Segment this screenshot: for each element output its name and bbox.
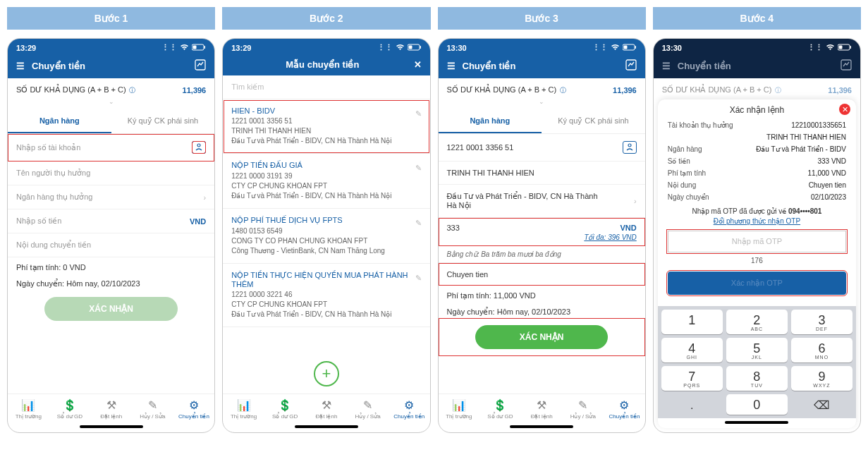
status-icons: ⋮⋮	[161, 43, 206, 52]
svg-rect-9	[635, 46, 636, 49]
nav-transfer[interactable]: ⚙Chuyển tiền	[173, 398, 215, 420]
home-indicator[interactable]	[295, 425, 358, 428]
key-7[interactable]: 7PQRS	[661, 366, 723, 391]
confirm-button[interactable]: XÁC NHẬN	[44, 297, 177, 321]
balance-row[interactable]: SỐ DƯ KHẢ DỤNG (A + B + C) ⓘ 11,396	[8, 78, 214, 98]
transfer-icon: ⚙	[604, 398, 645, 412]
key-dot[interactable]: .	[661, 394, 723, 415]
content-input-row[interactable]: Nội dung chuyển tiền	[8, 233, 214, 257]
nav-market[interactable]: 📊Thị trường	[439, 398, 480, 420]
gavel-icon: ⚒	[521, 398, 563, 412]
change-otp-method-link[interactable]: Đổi phương thức nhận OTP	[658, 217, 856, 225]
nav-transfer[interactable]: ⚙Chuyển tiền	[604, 398, 645, 420]
template-item-0[interactable]: HIEN - BIDV 1221 0001 3356 51 TRINH THI …	[223, 99, 429, 154]
search-input[interactable]: Tìm kiếm	[223, 75, 429, 99]
nav-edit[interactable]: ✎Hủy / Sửa	[132, 398, 173, 420]
chart-icon[interactable]	[841, 59, 852, 73]
screen-title: Chuyển tiền	[463, 61, 625, 71]
account-row[interactable]: 1221 0001 3356 51	[439, 134, 645, 162]
home-indicator[interactable]	[510, 425, 573, 428]
key-6[interactable]: 6MNO	[791, 338, 852, 362]
expand-chevron-icon[interactable]: ⌄	[439, 98, 645, 109]
bottom-nav: 📊Thị trường 💲Sổ dư GD ⚒Đặt lệnh ✎Hủy / S…	[8, 394, 214, 422]
nav-market[interactable]: 📊Thị trường	[223, 398, 264, 420]
tab-bank[interactable]: Ngân hàng	[8, 109, 111, 133]
expand-chevron-icon[interactable]: ⌄	[8, 98, 214, 109]
edit-icon: ✎	[562, 398, 604, 412]
tab-bank[interactable]: Ngân hàng	[439, 109, 542, 133]
template-item-1[interactable]: NỘP TIỀN ĐẤU GIÁ 1221 0000 3191 39 CTY C…	[223, 154, 429, 209]
chart-icon[interactable]	[195, 59, 206, 73]
edit-template-icon[interactable]: ✎	[415, 274, 422, 283]
close-icon[interactable]: ✕	[414, 59, 422, 70]
edit-template-icon[interactable]: ✎	[415, 164, 422, 173]
key-5[interactable]: 5JKL	[726, 338, 788, 362]
home-indicator[interactable]	[80, 425, 143, 428]
key-backspace[interactable]: ⌫	[791, 394, 852, 415]
chevron-right-icon: ›	[204, 193, 207, 202]
edit-template-icon[interactable]: ✎	[415, 219, 422, 228]
confirm-button[interactable]: XÁC NHẬN	[475, 325, 608, 349]
home-indicator[interactable]	[725, 421, 788, 424]
svg-rect-6	[420, 46, 421, 49]
tabs: Ngân hàng Ký quỹ CK phái sinh	[439, 109, 645, 134]
nav-order[interactable]: ⚒Đặt lệnh	[90, 398, 132, 420]
key-0[interactable]: 0	[726, 394, 788, 415]
account-input-row[interactable]: Nhập số tài khoản	[8, 134, 214, 162]
market-icon: 📊	[223, 398, 264, 412]
nav-order[interactable]: ⚒Đặt lệnh	[521, 398, 563, 420]
date-line: Ngày chuyển: Hôm nay, 02/10/2023	[439, 302, 645, 318]
contacts-icon[interactable]	[192, 141, 206, 154]
max-amount-link[interactable]: Tối đa: 396 VND	[439, 233, 645, 246]
edit-template-icon[interactable]: ✎	[415, 109, 422, 118]
menu-icon[interactable]: ☰	[662, 61, 671, 71]
balance-icon: 💲	[264, 398, 306, 412]
close-modal-icon[interactable]: ✕	[839, 104, 850, 115]
template-item-3[interactable]: NỘP TIỀN THỰC HIỆN QUYỀN MUA PHÁT HÀNH T…	[223, 264, 429, 327]
beneficiary-bank-row[interactable]: Ngân hàng thụ hưởng ›	[8, 185, 214, 209]
nav-order[interactable]: ⚒Đặt lệnh	[306, 398, 348, 420]
key-9[interactable]: 9WXYZ	[791, 366, 852, 391]
key-4[interactable]: 4GHI	[661, 338, 723, 362]
confirm-otp-button[interactable]: Xác nhận OTP	[668, 272, 846, 295]
key-2[interactable]: 2ABC	[726, 310, 788, 334]
nav-balance[interactable]: 💲Sổ dư GD	[49, 398, 91, 420]
key-3[interactable]: 3DEF	[791, 310, 852, 334]
amount-input-row[interactable]: Nhập số tiền VND	[8, 209, 214, 233]
wifi-icon	[611, 44, 620, 52]
template-item-2[interactable]: NỘP PHÍ THUẾ DỊCH VỤ FPTS 1480 0153 6549…	[223, 209, 429, 264]
wifi-icon	[180, 44, 189, 52]
app-bar: ☰ Chuyển tiền	[654, 54, 860, 78]
beneficiary-name-row[interactable]: Tên người thụ hưởng	[8, 162, 214, 185]
nav-transfer[interactable]: ⚙Chuyển tiền	[389, 398, 430, 420]
date-line: Ngày chuyển: Hôm nay, 02/10/2023	[8, 274, 214, 290]
otp-input[interactable]: Nhập mã OTP	[668, 231, 846, 252]
nav-edit[interactable]: ✎Hủy / Sửa	[562, 398, 604, 420]
transfer-icon: ⚙	[389, 398, 430, 412]
signal-icon: ⋮⋮	[161, 43, 177, 52]
menu-icon[interactable]: ☰	[447, 61, 456, 71]
chart-icon[interactable]	[625, 59, 637, 73]
transfer-content[interactable]: Chuyen tien	[439, 263, 645, 286]
key-8[interactable]: 8TUV	[726, 366, 788, 391]
add-template-button[interactable]: +	[314, 361, 339, 386]
beneficiary-bank-row[interactable]: Đầu Tư và Phát Triển - BIDV, CN Hà Thành…	[439, 185, 645, 218]
nav-market[interactable]: 📊Thị trường	[8, 398, 49, 420]
modal-title: Xác nhận lệnh ✕	[658, 99, 856, 119]
phone-step-4: 13:30 ⋮⋮ ☰ Chuyển tiền SỐ DƯ KHẢ DỤNG (A…	[653, 38, 861, 433]
status-bar: 13:30 ⋮⋮	[654, 39, 860, 54]
otp-timer: 176	[658, 257, 856, 264]
contacts-icon[interactable]	[623, 141, 637, 154]
balance-row[interactable]: SỐ DƯ KHẢ DỤNG (A + B + C) ⓘ 11,396	[439, 78, 645, 98]
market-icon: 📊	[439, 398, 480, 412]
tab-margin[interactable]: Ký quỹ CK phái sinh	[542, 109, 645, 133]
tab-margin[interactable]: Ký quỹ CK phái sinh	[111, 109, 215, 133]
amount-in-words: Bằng chữ: Ba trăm ba mươi ba đồng	[439, 246, 645, 263]
nav-edit[interactable]: ✎Hủy / Sửa	[347, 398, 389, 420]
menu-icon[interactable]: ☰	[16, 61, 25, 71]
key-1[interactable]: 1	[661, 310, 723, 334]
wifi-icon	[396, 44, 405, 52]
nav-balance[interactable]: 💲Sổ dư GD	[479, 398, 521, 420]
amount-row[interactable]: 333 VND	[439, 218, 645, 233]
nav-balance[interactable]: 💲Sổ dư GD	[264, 398, 306, 420]
